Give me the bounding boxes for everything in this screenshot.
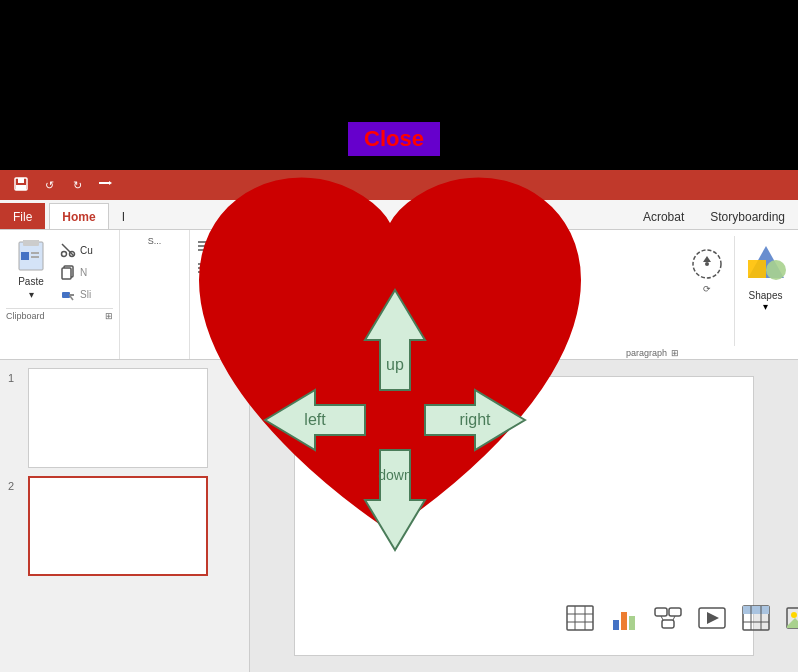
tab-file[interactable]: File: [0, 203, 45, 229]
svg-marker-71: [787, 618, 798, 628]
redo-icon[interactable]: ↻: [66, 174, 88, 196]
svg-text:up: up: [386, 356, 404, 373]
close-button[interactable]: Close: [348, 122, 440, 156]
arrange-icon[interactable]: ⟳: [684, 236, 730, 304]
svg-text:right: right: [459, 411, 491, 428]
svg-line-11: [62, 244, 74, 256]
svg-rect-58: [669, 608, 681, 616]
svg-rect-57: [655, 608, 667, 616]
arrows-container: up down left right: [255, 280, 535, 560]
tab-insert[interactable]: I: [109, 203, 138, 229]
undo-icon[interactable]: ↺: [38, 174, 60, 196]
tab-storyboarding[interactable]: Storyboarding: [697, 203, 798, 229]
svg-marker-4: [109, 181, 112, 185]
clipboard-expand[interactable]: ⊞: [105, 311, 113, 321]
slide-num-2: 2: [8, 476, 22, 492]
insert-picture-icon[interactable]: [780, 600, 798, 636]
svg-rect-16: [62, 292, 70, 298]
clipboard-group: Paste ▾ Cu N: [0, 230, 120, 359]
svg-point-70: [791, 612, 797, 618]
svg-rect-9: [31, 252, 39, 254]
svg-line-18: [70, 296, 73, 300]
svg-marker-63: [707, 612, 719, 624]
svg-text:down: down: [378, 467, 411, 483]
svg-rect-8: [21, 252, 29, 260]
svg-point-12: [62, 252, 67, 257]
svg-point-40: [766, 260, 786, 280]
paste-button[interactable]: Paste ▾: [6, 236, 56, 301]
tab-home[interactable]: Home: [49, 203, 108, 229]
insert-table2-icon[interactable]: [736, 600, 776, 636]
svg-rect-39: [748, 260, 766, 278]
insert-smartart-icon[interactable]: [648, 600, 688, 636]
svg-rect-15: [62, 268, 71, 279]
paragraph-expand-btn[interactable]: ⊞: [671, 348, 679, 358]
svg-marker-42: [365, 450, 425, 550]
svg-point-37: [705, 262, 709, 266]
shapes-label: Shapes: [749, 290, 783, 301]
svg-text:left: left: [304, 411, 326, 428]
svg-rect-2: [16, 185, 26, 190]
tab-acrobat[interactable]: Acrobat: [630, 203, 697, 229]
svg-rect-10: [31, 256, 39, 258]
svg-rect-59: [662, 620, 674, 628]
svg-rect-7: [23, 240, 39, 246]
shapes-button[interactable]: Shapes ▾: [734, 236, 790, 346]
slide-num-1: 1: [8, 368, 22, 384]
svg-rect-65: [743, 606, 769, 614]
svg-rect-3: [99, 182, 109, 184]
customize-icon[interactable]: [94, 174, 116, 196]
clipboard-label: Clipboard: [6, 311, 45, 321]
svg-rect-1: [18, 178, 24, 183]
svg-marker-41: [365, 290, 425, 390]
save-icon[interactable]: [10, 174, 32, 196]
svg-rect-17: [69, 294, 74, 296]
insert-media-icon[interactable]: [692, 600, 732, 636]
